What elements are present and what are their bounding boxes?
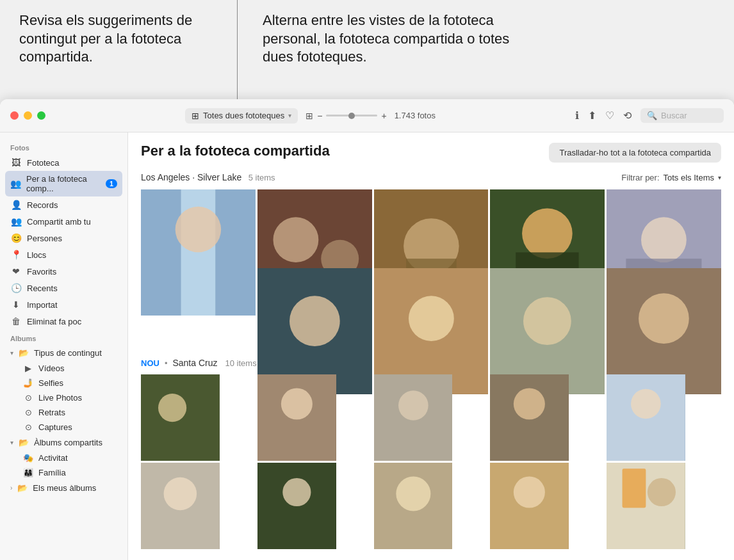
share-icon[interactable]: ⬆: [588, 109, 596, 122]
llocs-label: Llocs: [27, 250, 46, 260]
photo-cell[interactable]: [490, 463, 569, 549]
meus-albums-icon: 📂: [17, 483, 28, 493]
app-window: ⊞ Totes dues fototeques ▾ ⊞ − + 1.743 fo…: [0, 99, 734, 560]
zoom-minus[interactable]: −: [317, 111, 322, 121]
photo-cell[interactable]: [141, 463, 220, 549]
tooltip-right: Alterna entre les vistes de la fototeca …: [263, 12, 519, 67]
search-box[interactable]: 🔍 Buscar: [640, 108, 724, 123]
section1-count: 5 items: [249, 173, 275, 182]
photo-cell[interactable]: [141, 189, 256, 316]
window-body: Fotos 🖼 Fototeca 👥 Per a la fototeca com…: [0, 132, 734, 560]
titlebar-center: ⊞ Totes dues fototeques ▾ ⊞ − + 1.743 fo…: [52, 108, 569, 124]
sidebar-item-per-a-fototeca[interactable]: 👥 Per a la fototeca comp... 1: [5, 171, 122, 196]
move-all-button[interactable]: Traslladar-ho tot a la fototeca comparti…: [549, 143, 721, 163]
zoom-plus[interactable]: +: [381, 111, 386, 121]
library-selector-label: Totes dues fototeques: [203, 111, 284, 120]
svg-point-19: [409, 296, 454, 341]
photo-cell[interactable]: [607, 463, 685, 549]
live-photos-label: Live Photos: [38, 393, 82, 403]
retrats-icon: ⊙: [23, 408, 33, 417]
photo-cell[interactable]: [607, 374, 685, 461]
sidebar-item-favorits[interactable]: ❤ Favorits: [0, 263, 127, 280]
zoom-slider[interactable]: [326, 115, 377, 116]
svg-rect-1: [141, 189, 181, 316]
eliminat-label: Eliminat fa poc: [27, 317, 81, 326]
selfies-icon: 🤳: [23, 378, 33, 388]
sidebar-item-captures[interactable]: ⊙ Captures: [0, 420, 127, 435]
svg-point-11: [522, 209, 573, 259]
svg-rect-0: [141, 189, 256, 316]
photo-grid-section2: [141, 374, 721, 549]
svg-rect-30: [490, 374, 569, 461]
sidebar-item-retrats[interactable]: ⊙ Retrats: [0, 405, 127, 420]
sidebar-item-eliminat[interactable]: 🗑 Eliminat fa poc: [0, 313, 127, 330]
svg-rect-40: [490, 463, 569, 549]
main-content: Per a la fototeca compartida Traslladar-…: [128, 132, 734, 560]
photo-cell[interactable]: [141, 374, 220, 461]
captures-label: Captures: [38, 422, 72, 432]
meus-albums-header[interactable]: › 📂 Els meus àlbums: [0, 480, 127, 496]
favorits-icon: ❤: [10, 266, 22, 276]
sidebar-item-importat[interactable]: ⬇ Importat: [0, 296, 127, 313]
sidebar-item-llocs[interactable]: 📍 Llocs: [0, 246, 127, 263]
heart-icon[interactable]: ♡: [605, 109, 614, 122]
tipus-icon: 📂: [19, 348, 29, 358]
records-label: Records: [27, 200, 58, 210]
sidebar-item-persones[interactable]: 😊 Persones: [0, 230, 127, 246]
selfies-label: Selfies: [38, 378, 63, 388]
svg-point-25: [158, 394, 186, 422]
sidebar-item-live-photos[interactable]: ⊙ Live Photos: [0, 390, 127, 405]
minimize-button[interactable]: [24, 111, 32, 120]
svg-point-27: [281, 388, 313, 419]
photo-count: 1.743 fotos: [395, 111, 436, 120]
sidebar-item-familia[interactable]: 👨‍👩‍👧 Família: [0, 465, 127, 480]
svg-rect-43: [623, 468, 646, 508]
person-view-icon[interactable]: ⊞: [306, 111, 313, 121]
photo-cell[interactable]: [257, 463, 336, 549]
photo-grid-section1: [141, 189, 721, 345]
filter-row[interactable]: Filtrar per: Tots els Items ▾: [621, 173, 721, 182]
live-photos-icon: ⊙: [23, 393, 33, 403]
fototeca-label: Fototeca: [27, 158, 60, 168]
photo-cell[interactable]: [490, 374, 569, 461]
photo-cell[interactable]: [374, 374, 453, 461]
svg-point-23: [639, 293, 689, 344]
sidebar-item-videos[interactable]: ▶ Vídeos: [0, 361, 127, 376]
sidebar-item-fototeca[interactable]: 🖼 Fototeca: [0, 154, 127, 171]
traffic-lights: [10, 111, 45, 120]
albums-compartits-header[interactable]: ▾ 📂 Àlbums compartits: [0, 435, 127, 451]
photo-cell[interactable]: [257, 374, 336, 461]
section2-place: Santa Cruz: [172, 358, 217, 368]
svg-rect-26: [257, 374, 336, 461]
per-a-icon: 👥: [10, 179, 21, 189]
compartit-label: Compartit amb tu: [27, 217, 91, 227]
section1-info: Los Angeles · Silver Lake 5 items: [141, 172, 275, 183]
photo-cell[interactable]: [374, 463, 453, 549]
tipus-contingut-header[interactable]: ▾ 📂 Tipus de contingut: [0, 345, 127, 361]
per-a-label: Per a la fototeca comp...: [26, 174, 101, 193]
sidebar-item-compartit[interactable]: 👥 Compartit amb tu: [0, 213, 127, 230]
tooltip-left: Revisa els suggeriments de contingut per…: [19, 12, 237, 67]
svg-point-44: [648, 478, 676, 506]
close-button[interactable]: [10, 111, 19, 120]
library-selector[interactable]: ⊞ Totes dues fototeques ▾: [185, 108, 298, 124]
meus-albums-label: Els meus àlbums: [33, 483, 96, 493]
captures-icon: ⊙: [23, 422, 33, 432]
filter-value: Tots els Items: [664, 173, 714, 182]
search-icon: 🔍: [647, 111, 657, 120]
sidebar-item-records[interactable]: 👤 Records: [0, 196, 127, 213]
bullet: •: [165, 358, 168, 368]
sidebar-item-recents[interactable]: 🕒 Recents: [0, 280, 127, 296]
svg-point-8: [404, 218, 459, 274]
maximize-button[interactable]: [37, 111, 45, 120]
sidebar: Fotos 🖼 Fototeca 👥 Per a la fototeca com…: [0, 132, 128, 560]
familia-label: Família: [38, 468, 66, 477]
tipus-contingut-label: Tipus de contingut: [34, 348, 102, 358]
sidebar-item-selfies[interactable]: 🤳 Selfies: [0, 376, 127, 390]
videos-icon: ▶: [23, 364, 33, 373]
sidebar-item-activitat[interactable]: 🎭 Activitat: [0, 451, 127, 465]
chevron-down-icon: ▾: [288, 112, 291, 119]
rotate-icon[interactable]: ⟲: [623, 109, 632, 122]
familia-icon: 👨‍👩‍👧: [23, 468, 33, 477]
info-icon[interactable]: ℹ: [575, 109, 579, 122]
